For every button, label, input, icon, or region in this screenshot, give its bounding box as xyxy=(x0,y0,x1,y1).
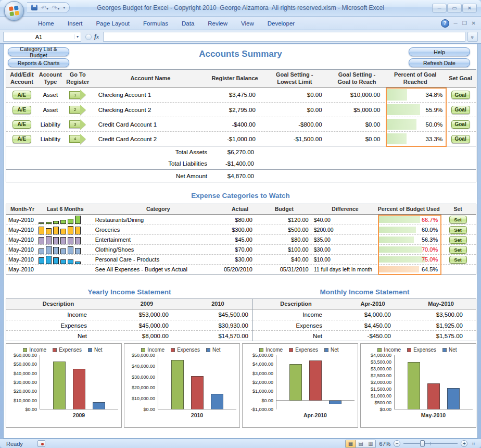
monthly-table: Description Apr-2010 May-2010 Income $4,… xyxy=(253,298,476,341)
register-balance: -$1,000.00 xyxy=(209,132,261,146)
statement-row: Net -$450.00 $1,575.00 xyxy=(253,330,476,341)
ribbon-tab[interactable]: Data xyxy=(175,17,201,30)
col-header-budget: Budget xyxy=(256,206,313,213)
set-button[interactable]: Set xyxy=(449,246,467,254)
ribbon-tab[interactable]: Page Layout xyxy=(89,17,136,30)
macro-record-icon[interactable] xyxy=(37,440,45,447)
set-goal-button[interactable]: Goal xyxy=(451,106,470,114)
percent-budget-value: 56.3% xyxy=(422,235,438,244)
add-edit-button[interactable]: A/E xyxy=(12,91,31,99)
accounts-totals: Total Assets $6,270.00 Total Liabilities… xyxy=(6,146,476,169)
y-tick-label: $40,000.00 xyxy=(132,364,155,369)
y-tick-label: $1,000.00 xyxy=(252,389,273,394)
actual-value: $45.00 xyxy=(224,235,256,244)
name-box-dropdown-icon[interactable]: ▾ xyxy=(74,34,81,39)
name-box[interactable]: A1 ▾ xyxy=(3,32,81,42)
chart-bar xyxy=(329,401,341,405)
reports-charts-button[interactable]: Reports & Charts xyxy=(8,58,69,67)
expand-formula-bar-icon[interactable]: » xyxy=(467,32,478,42)
go-to-register-arrow-icon[interactable]: 3 xyxy=(69,119,86,130)
budget-value: $100.00 xyxy=(256,245,313,254)
percent-budget-cell: 64.5% xyxy=(377,265,440,274)
ribbon-tab[interactable]: Review xyxy=(201,17,234,30)
percent-of-goal-value: 50.0% xyxy=(426,117,443,131)
close-workbook-icon[interactable]: ✕ xyxy=(472,20,476,26)
ribbon-tab[interactable]: Insert xyxy=(61,17,90,30)
y-tick-label: $60,000.00 xyxy=(14,353,37,358)
refresh-date-button[interactable]: Refresh Date xyxy=(409,58,470,67)
go-to-register-arrow-icon[interactable]: 4 xyxy=(69,134,86,144)
month-yr: May-2010 xyxy=(6,265,39,274)
statement-row: Income $4,000.00 $3,500.00 xyxy=(253,309,476,320)
fx-zone: fx xyxy=(83,33,101,41)
statement-value-2: $45,500.00 xyxy=(183,309,252,320)
month-yr: May-2010 xyxy=(6,235,39,244)
ribbon-tab[interactable]: Formulas xyxy=(136,17,175,30)
sparkline-bar xyxy=(46,236,52,244)
yearly-header-row: Description 2009 2010 xyxy=(6,299,252,309)
close-button[interactable]: ✕ xyxy=(462,4,477,13)
ribbon-tab[interactable]: Home xyxy=(31,17,61,30)
set-button[interactable]: Set xyxy=(449,236,467,244)
legend-item: Income xyxy=(23,347,46,353)
set-goal-button[interactable]: Goal xyxy=(451,120,470,129)
goal-data-bar xyxy=(386,104,420,115)
set-button[interactable]: Set xyxy=(449,216,467,223)
zoom-slider-thumb[interactable] xyxy=(420,440,425,447)
maximize-button[interactable]: ▭ xyxy=(447,4,462,13)
account-row: A/E Asset 1 Checking Account 1 $3,475.00… xyxy=(6,88,476,102)
goal-data-bar xyxy=(386,133,406,144)
zoom-in-icon[interactable]: + xyxy=(461,440,467,447)
difference-value: $35.00 xyxy=(313,235,378,244)
office-button[interactable] xyxy=(4,1,24,21)
legend-swatch xyxy=(377,348,382,352)
month-yr: May-2010 xyxy=(6,215,39,225)
goal-data-bar xyxy=(386,89,407,101)
bar-slot xyxy=(427,355,440,409)
legend-item: Expenses xyxy=(171,347,200,353)
status-bar: Ready ▦ ▤ ▥ 67% − + ⠿ xyxy=(0,439,481,448)
budget-data-bar xyxy=(378,237,413,243)
add-edit-button[interactable]: A/E xyxy=(12,106,31,114)
minimize-button[interactable]: ─ xyxy=(432,4,447,13)
zoom-out-icon[interactable]: − xyxy=(394,440,400,447)
set-goal-button[interactable]: Goal xyxy=(451,135,470,143)
budget-value: $80.00 xyxy=(256,235,313,244)
go-to-register-arrow-icon[interactable]: 2 xyxy=(69,105,86,115)
set-goal-button[interactable]: Goal xyxy=(451,91,470,99)
window-controls: ─ ▭ ✕ xyxy=(432,4,477,13)
ribbon-tab[interactable]: Developer xyxy=(261,17,301,30)
percent-of-goal-value: 55.9% xyxy=(426,103,443,117)
go-to-register-arrow-icon[interactable]: 1 xyxy=(69,90,86,100)
add-edit-button[interactable]: A/E xyxy=(12,135,31,143)
statement-value-1: $4,000.00 xyxy=(339,309,407,320)
insert-function-icon[interactable]: fx xyxy=(94,33,99,41)
col-header-add-edit: Add/Edit Account xyxy=(6,71,37,86)
resize-grip[interactable]: ⠿ xyxy=(472,441,476,446)
col-header-2010: 2010 xyxy=(183,299,252,309)
goal-to-reach: $0.00 xyxy=(328,117,386,131)
page-layout-view-icon[interactable]: ▤ xyxy=(356,440,365,447)
formula-input[interactable] xyxy=(103,32,465,42)
bar-slot xyxy=(53,355,66,409)
ribbon-tab[interactable]: View xyxy=(234,17,261,30)
legend-item: Net xyxy=(206,347,221,353)
help-icon[interactable]: ? xyxy=(441,19,449,28)
expense-row: May-2010 Clothing/Shoes $70.00 $100.00 $… xyxy=(6,244,476,254)
ribbon-tab-row: HomeInsertPage LayoutFormulasDataReviewV… xyxy=(0,17,481,30)
set-button[interactable]: Set xyxy=(449,256,467,264)
y-tick-label: $30,000.00 xyxy=(132,375,155,380)
add-edit-button[interactable]: A/E xyxy=(12,120,31,129)
minimize-ribbon-window-icon[interactable]: ─ xyxy=(454,20,458,26)
page-break-view-icon[interactable]: ▥ xyxy=(365,440,375,447)
zoom-slider[interactable] xyxy=(403,443,458,444)
percent-of-goal-value: 33.3% xyxy=(426,132,443,146)
restore-window-icon[interactable]: ❐ xyxy=(462,20,467,26)
normal-view-icon[interactable]: ▦ xyxy=(346,440,356,447)
expense-category: Entertainment xyxy=(92,235,224,244)
category-label: 2010 xyxy=(158,412,236,418)
help-button[interactable]: Help xyxy=(409,47,470,56)
expense-row: May-2010 See All Expenses - Budget vs Ac… xyxy=(6,264,476,274)
category-label: 2009 xyxy=(40,412,118,418)
set-button[interactable]: Set xyxy=(449,226,467,234)
